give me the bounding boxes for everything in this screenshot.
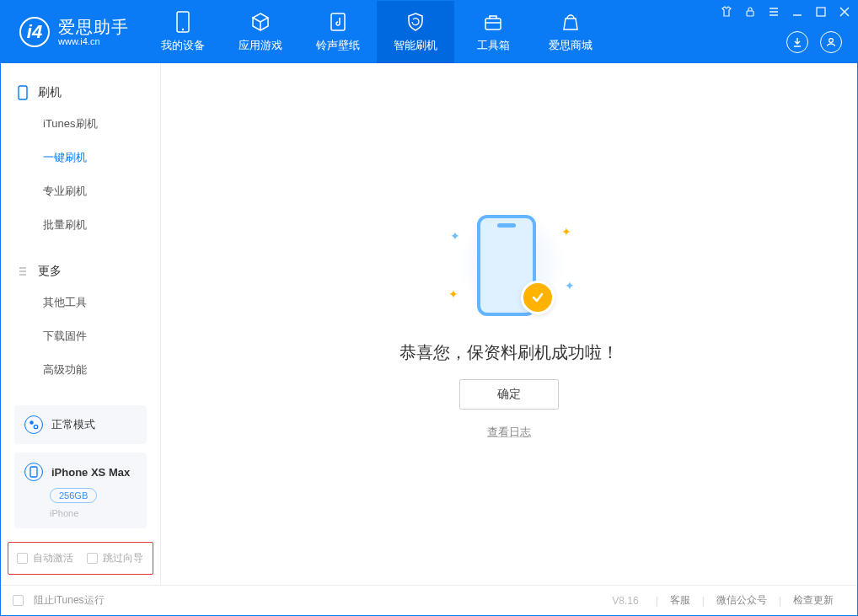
checkbox-skip-guide[interactable]: 跳过向导: [87, 551, 143, 565]
maximize-icon[interactable]: [815, 6, 827, 18]
cube-icon: [250, 11, 271, 33]
svg-point-9: [34, 425, 37, 428]
close-icon[interactable]: [839, 6, 850, 18]
user-icon[interactable]: [820, 31, 842, 53]
checkbox-icon: [17, 553, 28, 564]
footer-link-support[interactable]: 客服: [658, 593, 702, 608]
sidebar-item-batch-flash[interactable]: 批量刷机: [1, 208, 160, 242]
phone-icon: [16, 86, 29, 99]
nav-tabs: 我的设备 应用游戏 铃声壁纸 智能刷机 工具箱 爱思商城: [144, 1, 609, 63]
tab-my-device[interactable]: 我的设备: [144, 1, 222, 63]
sync-icon: [24, 415, 43, 434]
success-message: 恭喜您，保资料刷机成功啦！: [400, 341, 619, 364]
checkbox-icon: [87, 553, 98, 564]
success-illustration: ✦✦✦✦: [442, 208, 576, 326]
app-logo[interactable]: i4 爱思助手 www.i4.cn: [1, 1, 144, 63]
tab-toolbox[interactable]: 工具箱: [454, 1, 532, 63]
device-card[interactable]: iPhone XS Max 256GB iPhone: [14, 453, 147, 528]
toolbox-icon: [483, 11, 503, 33]
svg-rect-10: [30, 467, 37, 477]
titlebar: i4 爱思助手 www.i4.cn 我的设备 应用游戏 铃声壁纸 智能刷机 工具…: [1, 1, 857, 63]
view-log-link[interactable]: 查看日志: [487, 425, 531, 440]
shield-refresh-icon: [405, 11, 426, 33]
minimize-icon[interactable]: [791, 6, 803, 18]
device-capacity: 256GB: [50, 488, 97, 503]
device-icon: [175, 11, 190, 33]
version-label: V8.16: [612, 595, 638, 607]
tshirt-icon[interactable]: [721, 6, 732, 18]
window-controls: [721, 6, 850, 18]
device-phone-icon: [24, 463, 43, 481]
app-url: www.i4.cn: [58, 36, 129, 46]
tab-ringtone[interactable]: 铃声壁纸: [299, 1, 377, 63]
svg-rect-5: [817, 8, 825, 16]
main-area: 刷机 iTunes刷机 一键刷机 专业刷机 批量刷机 更多 其他工具 下载固件 …: [1, 63, 857, 585]
menu-icon[interactable]: [768, 6, 780, 18]
app-title: 爱思助手: [58, 18, 129, 36]
device-type: iPhone: [50, 508, 137, 518]
mode-indicator[interactable]: 正常模式: [14, 405, 147, 444]
checkbox-auto-activate[interactable]: 自动激活: [17, 551, 73, 565]
account-controls: [786, 31, 842, 53]
list-icon: [16, 265, 29, 278]
footer-link-wechat[interactable]: 微信公众号: [705, 593, 779, 608]
sidebar-item-other-tools[interactable]: 其他工具: [1, 286, 160, 319]
tab-store[interactable]: 爱思商城: [532, 1, 609, 63]
checkbox-block-itunes[interactable]: 阻止iTunes运行: [13, 593, 105, 608]
sidebar-item-itunes-flash[interactable]: iTunes刷机: [1, 107, 160, 141]
footer-link-update[interactable]: 检查更新: [781, 593, 845, 608]
music-icon: [329, 11, 347, 33]
check-badge-icon: [521, 281, 555, 314]
flash-options-highlighted: 自动激活 跳过向导: [8, 542, 153, 575]
tab-flash[interactable]: 智能刷机: [377, 1, 454, 63]
svg-rect-3: [485, 19, 501, 29]
footer: 阻止iTunes运行 V8.16 | 客服 | 微信公众号 | 检查更新: [1, 585, 857, 615]
svg-rect-4: [747, 11, 753, 16]
sidebar-item-download-firmware[interactable]: 下载固件: [1, 319, 160, 353]
svg-point-6: [829, 39, 834, 43]
device-name: iPhone XS Max: [51, 466, 130, 479]
sidebar-head-more: 更多: [1, 257, 160, 286]
checkbox-icon: [13, 595, 24, 606]
tab-apps[interactable]: 应用游戏: [222, 1, 299, 63]
sidebar: 刷机 iTunes刷机 一键刷机 专业刷机 批量刷机 更多 其他工具 下载固件 …: [1, 63, 161, 585]
svg-rect-7: [19, 86, 27, 99]
lock-icon[interactable]: [744, 6, 756, 18]
content: ✦✦✦✦ 恭喜您，保资料刷机成功啦！ 确定 查看日志: [161, 63, 857, 585]
mode-label: 正常模式: [51, 417, 95, 432]
svg-point-1: [182, 29, 184, 30]
svg-point-8: [29, 420, 33, 424]
logo-icon: i4: [19, 17, 50, 47]
download-icon[interactable]: [786, 31, 808, 53]
store-icon: [560, 11, 581, 33]
confirm-button[interactable]: 确定: [459, 379, 559, 410]
sidebar-item-oneclick-flash[interactable]: 一键刷机: [1, 141, 160, 174]
sidebar-head-flash: 刷机: [1, 78, 160, 107]
sidebar-item-advanced[interactable]: 高级功能: [1, 353, 160, 387]
sidebar-item-pro-flash[interactable]: 专业刷机: [1, 174, 160, 208]
